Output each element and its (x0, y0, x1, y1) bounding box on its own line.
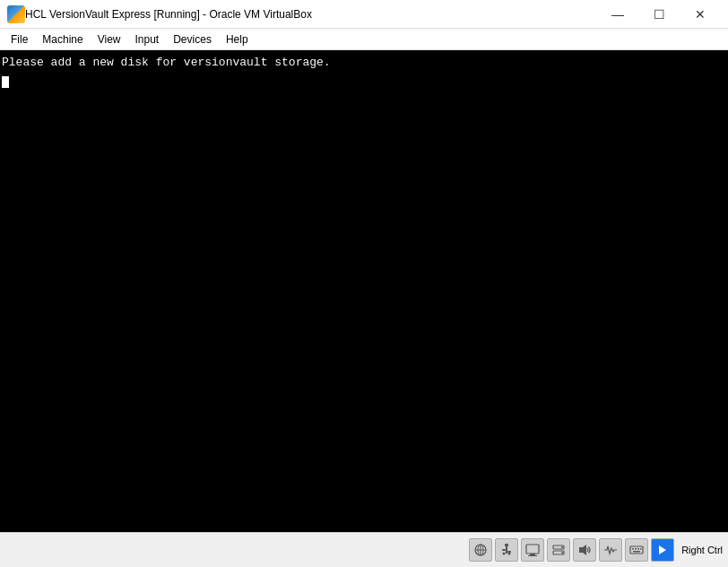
arrow-right-icon[interactable] (651, 538, 674, 562)
window-title: HCL VersionVault Express [Running] - Ora… (25, 8, 597, 21)
svg-point-16 (561, 552, 563, 554)
menu-input[interactable]: Input (128, 30, 167, 49)
svg-rect-22 (640, 548, 642, 550)
activity-icon[interactable] (599, 538, 622, 562)
app-icon (7, 5, 25, 23)
svg-rect-18 (630, 546, 643, 554)
usb-icon[interactable] (495, 538, 518, 562)
right-ctrl-label: Right Ctrl (681, 545, 723, 555)
svg-rect-5 (506, 546, 507, 554)
close-button[interactable]: ✕ (680, 0, 721, 29)
svg-point-15 (561, 546, 563, 548)
svg-rect-11 (530, 554, 535, 555)
menu-devices[interactable]: Devices (166, 30, 219, 49)
svg-rect-20 (635, 548, 637, 550)
keyboard-icon[interactable] (625, 538, 648, 562)
svg-point-8 (503, 553, 506, 555)
svg-marker-17 (579, 545, 586, 555)
svg-rect-6 (502, 549, 506, 551)
menu-machine[interactable]: Machine (35, 30, 90, 49)
display-icon[interactable] (521, 538, 544, 562)
svg-rect-10 (526, 545, 539, 554)
status-icon-group (469, 538, 674, 562)
network-icon[interactable] (469, 538, 492, 562)
svg-marker-24 (659, 545, 666, 554)
terminal-screen[interactable]: Please add a new disk for versionvault s… (0, 50, 728, 532)
menu-view[interactable]: View (91, 30, 128, 49)
menu-file[interactable]: File (4, 30, 35, 49)
title-bar: HCL VersionVault Express [Running] - Ora… (0, 0, 728, 29)
svg-rect-21 (637, 548, 639, 550)
audio-icon[interactable] (573, 538, 596, 562)
storage-icon[interactable] (547, 538, 570, 562)
svg-rect-4 (505, 544, 508, 546)
svg-point-9 (508, 553, 511, 555)
status-bar: Right Ctrl (0, 532, 728, 567)
terminal-cursor-line (2, 73, 726, 92)
maximize-button[interactable]: ☐ (638, 0, 680, 29)
menu-help[interactable]: Help (219, 30, 256, 49)
terminal-line-1: Please add a new disk for versionvault s… (2, 54, 726, 73)
window-controls: — ☐ ✕ (597, 0, 721, 29)
svg-rect-23 (633, 551, 640, 553)
svg-rect-12 (528, 555, 537, 556)
svg-rect-19 (632, 548, 634, 550)
terminal-cursor (2, 76, 9, 88)
menu-bar: File Machine View Input Devices Help (0, 29, 728, 50)
minimize-button[interactable]: — (597, 0, 638, 29)
